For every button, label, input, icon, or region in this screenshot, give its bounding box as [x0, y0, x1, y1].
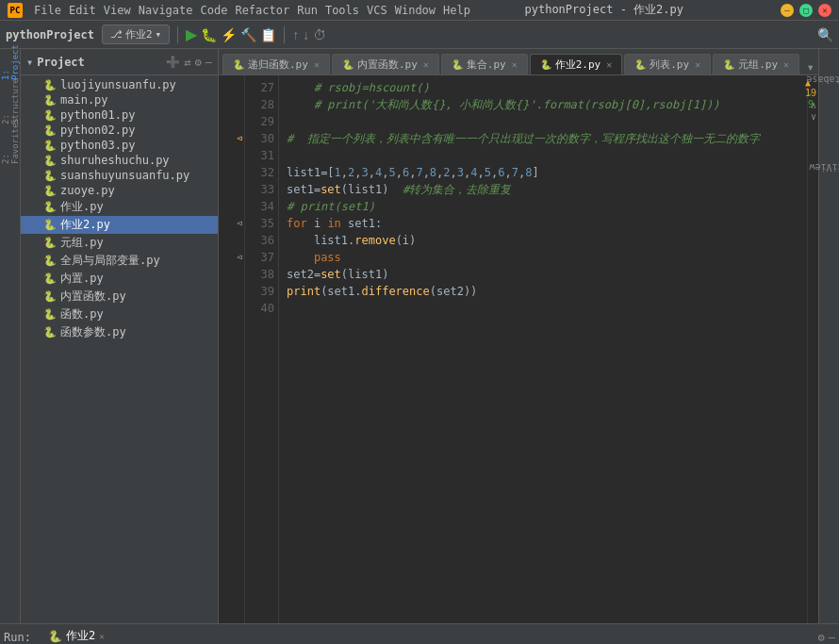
- sidebar-structure-icon[interactable]: 2: Structure: [1, 92, 20, 111]
- menu-navigate[interactable]: Navigate: [139, 4, 193, 17]
- maximize-button[interactable]: □: [799, 4, 813, 17]
- menu-window[interactable]: Window: [395, 4, 436, 17]
- gutter-line-31: [219, 147, 242, 164]
- branch-icon: ⎇: [110, 28, 123, 41]
- gutter-line-32: [219, 164, 242, 181]
- tab-close-icon[interactable]: ✕: [606, 59, 612, 70]
- python-file-icon: 🐍: [43, 79, 57, 91]
- menu-edit[interactable]: Edit: [69, 4, 96, 17]
- tab-liebiao[interactable]: 🐍 列表.py ✕: [624, 54, 711, 74]
- tab-close-icon[interactable]: ✕: [695, 59, 700, 70]
- tree-item-suanshuyunsuanfu[interactable]: 🐍 suanshuyunsuanfu.py: [21, 168, 218, 183]
- menu-file[interactable]: File: [34, 4, 61, 17]
- python-file-icon: 🐍: [43, 155, 57, 167]
- settings-icon[interactable]: ⚙: [195, 56, 202, 69]
- tree-item-func-params[interactable]: 🐍 函数参数.py: [21, 323, 218, 341]
- tree-item-python01[interactable]: 🐍 python01.py: [21, 107, 218, 123]
- expand-badge: ∧: [811, 100, 816, 110]
- editor-scrollbar[interactable]: ▲ 19 ✓ 9 ∧ ∨: [807, 75, 818, 623]
- tree-item-python03[interactable]: 🐍 python03.py: [21, 138, 218, 153]
- tabs-overflow-icon[interactable]: ▾: [807, 59, 814, 74]
- tree-item-builtin-func[interactable]: 🐍 内置函数.py: [21, 288, 218, 305]
- menu-bar: File Edit View Navigate Code Refactor Ru…: [34, 4, 470, 17]
- minimize-button[interactable]: —: [781, 4, 794, 17]
- tree-item-shuruheshuchu[interactable]: 🐍 shuruheshuchu.py: [21, 153, 218, 168]
- tab-label: 集合.py: [467, 58, 506, 72]
- history-button[interactable]: ⏱: [313, 27, 326, 42]
- close-button[interactable]: ✕: [818, 4, 831, 17]
- run-tab-zuoye2[interactable]: 🐍 作业2 ✕: [39, 624, 114, 645]
- tree-item-yuanzu[interactable]: 🐍 元组.py: [21, 234, 218, 252]
- settings-icon[interactable]: ⚙: [818, 631, 825, 644]
- tab-file-icon: 🐍: [540, 59, 551, 70]
- database-label[interactable]: Database: [802, 74, 839, 85]
- debug-button[interactable]: 🐛: [201, 27, 217, 42]
- menu-refactor[interactable]: Refactor: [235, 4, 289, 17]
- minimize-panel-icon[interactable]: —: [829, 631, 835, 644]
- build-button[interactable]: 🔨: [240, 27, 256, 42]
- tab-dijguihanshu[interactable]: 🐍 递归函数.py ✕: [222, 54, 330, 74]
- gutter-line-35: ⊲: [219, 215, 242, 232]
- tab-close-icon[interactable]: ✕: [423, 59, 429, 70]
- code-content[interactable]: # rsobj=hscount() # print('大和尚人数{}, 小和尚人…: [279, 75, 807, 623]
- profile-button[interactable]: ⚡: [221, 27, 237, 42]
- menu-help[interactable]: Help: [443, 4, 470, 17]
- tab-file-icon: 🐍: [452, 59, 463, 70]
- file-name-label: suanshuyunsuanfu.py: [60, 169, 189, 182]
- tree-item-zuoye2[interactable]: 🐍 作业2.py: [21, 216, 218, 234]
- tab-label: 列表.py: [650, 58, 689, 72]
- tab-close-icon[interactable]: ✕: [314, 59, 320, 70]
- vcs-button[interactable]: ↑: [292, 27, 299, 42]
- coverage-button[interactable]: 📋: [260, 27, 276, 42]
- menu-tools[interactable]: Tools: [325, 4, 359, 17]
- sync-icon[interactable]: ⇄: [184, 56, 190, 69]
- vcs-down-button[interactable]: ↓: [303, 27, 309, 42]
- right-sidebar: Database SciView: [818, 49, 839, 623]
- tab-yuanzu[interactable]: 🐍 元组.py ✕: [713, 54, 799, 74]
- run-tab-close-icon[interactable]: ✕: [99, 632, 104, 641]
- branch-name: 作业2: [125, 27, 153, 41]
- tree-item-builtin[interactable]: 🐍 内置.py: [21, 270, 218, 288]
- editor-area: 🐍 递归函数.py ✕ 🐍 内置函数.py ✕ 🐍 集合.py ✕ 🐍 作业2.…: [219, 49, 818, 623]
- sciview-label[interactable]: SciView: [805, 162, 839, 173]
- search-everywhere-button[interactable]: 🔍: [817, 27, 833, 42]
- tree-item-func[interactable]: 🐍 函数.py: [21, 305, 218, 323]
- file-name-label: 函数参数.py: [60, 324, 126, 340]
- branch-selector[interactable]: ⎇ 作业2 ▾: [102, 25, 170, 44]
- run-button[interactable]: ▶: [186, 25, 197, 43]
- menu-run[interactable]: Run: [297, 4, 318, 17]
- menu-code[interactable]: Code: [201, 4, 228, 17]
- tree-item-main[interactable]: 🐍 main.py: [21, 92, 218, 107]
- tree-item-zuoye1[interactable]: 🐍 作业.py: [21, 198, 218, 216]
- tree-item-luojiyunsuanfu[interactable]: 🐍 luojiyunsuanfu.py: [21, 77, 218, 92]
- menu-vcs[interactable]: VCS: [367, 4, 387, 17]
- menu-view[interactable]: View: [104, 4, 131, 17]
- python-file-icon: 🐍: [43, 326, 57, 339]
- code-editor[interactable]: ⊲ ⊲ ⊲ 27 28 29 30 31 32 33 34: [219, 75, 818, 623]
- file-name-label: main.py: [60, 93, 108, 107]
- python-file-icon: 🐍: [43, 185, 57, 197]
- run-tab-label: 作业2: [66, 628, 95, 644]
- tab-jihe[interactable]: 🐍 集合.py ✕: [441, 54, 528, 74]
- tree-item-python02[interactable]: 🐍 python02.py: [21, 123, 218, 138]
- left-sidebar: 1: Project 2: Structure 2: Favorites: [0, 49, 21, 623]
- tab-close-icon[interactable]: ✕: [783, 59, 789, 70]
- tree-item-global-var[interactable]: 🐍 全局与局部变量.py: [21, 252, 218, 270]
- collapse-icon[interactable]: —: [206, 56, 212, 69]
- tree-item-zuoye[interactable]: 🐍 zuoye.py: [21, 183, 218, 198]
- tab-close-icon[interactable]: ✕: [512, 59, 518, 70]
- tab-file-icon: 🐍: [723, 59, 734, 70]
- tab-label: 内置函数.py: [357, 58, 418, 72]
- tab-neizhi[interactable]: 🐍 内置函数.py ✕: [332, 54, 439, 74]
- file-name-label: python03.py: [60, 139, 135, 152]
- file-name-label: 作业.py: [60, 199, 104, 215]
- sidebar-project-icon[interactable]: 1: Project: [1, 53, 20, 72]
- tab-label: 元组.py: [738, 58, 778, 72]
- sidebar-favorites-icon[interactable]: 2: Favorites: [1, 132, 20, 151]
- tab-zuoye2[interactable]: 🐍 作业2.py ✕: [530, 54, 623, 74]
- add-file-icon[interactable]: ➕: [166, 56, 180, 69]
- python-file-icon: 🐍: [43, 201, 57, 213]
- branch-dropdown-icon: ▾: [156, 28, 162, 41]
- project-name-label: pythonProject: [6, 28, 94, 41]
- gutter-line-36: [219, 232, 242, 249]
